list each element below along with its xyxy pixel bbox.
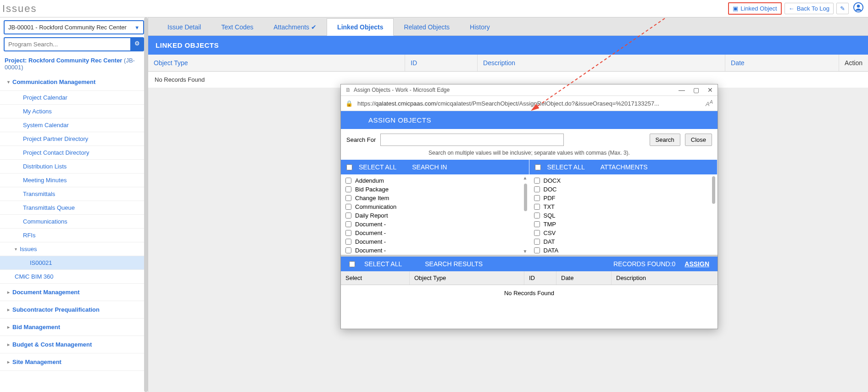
search-in-item: Document - [355, 221, 386, 228]
user-icon[interactable] [853, 2, 863, 15]
search-in-checkbox[interactable] [345, 195, 351, 201]
tab-text-codes[interactable]: Text Codes [211, 19, 263, 35]
section-title: LINKED OBJECTS [148, 36, 868, 55]
sidebar-item-distribution-lists[interactable]: Distribution Lists [0, 160, 148, 174]
res-col-select: Select [341, 271, 410, 285]
attachment-checkbox[interactable] [534, 204, 540, 210]
col-description[interactable]: Description [478, 55, 725, 71]
linked-object-label: Linked Object [740, 5, 777, 12]
sidebar-item-rfis[interactable]: RFIs [0, 229, 148, 242]
sidebar-item-transmittals-queue[interactable]: Transmittals Queue [0, 201, 148, 215]
text-size-icon[interactable]: AA [706, 99, 713, 107]
search-button[interactable]: Search [650, 134, 680, 146]
dialog-window-title: Assign Objects - Work - Microsoft Edge [354, 87, 450, 93]
sidebar-scrollbar[interactable] [144, 17, 148, 392]
search-in-checkbox[interactable] [345, 247, 351, 253]
search-in-scrollbar[interactable] [524, 184, 527, 211]
job-select-value: JB-00001 - Rockford Community Rec Center [8, 24, 127, 31]
sidebar-item-my-actions[interactable]: My Actions [0, 105, 148, 118]
search-in-checkbox[interactable] [345, 204, 351, 210]
job-select[interactable]: JB-00001 - Rockford Community Rec Center… [4, 20, 144, 34]
search-in-checkbox[interactable] [345, 186, 351, 192]
search-in-checkbox[interactable] [345, 221, 351, 227]
search-in-checkbox[interactable] [345, 178, 351, 184]
edit-button[interactable]: ✎ [836, 3, 849, 14]
attachment-checkbox[interactable] [534, 239, 540, 245]
sidebar-item-cmic-bim[interactable]: CMiC BIM 360 [0, 270, 148, 284]
attachment-checkbox[interactable] [534, 247, 540, 253]
select-all-attachments-checkbox[interactable] [535, 164, 541, 170]
sidebar-item-meeting-minutes[interactable]: Meeting Minutes [0, 174, 148, 187]
attachment-item: SQL [544, 212, 556, 219]
attachment-item: DOC [544, 186, 557, 193]
attachment-checkbox[interactable] [534, 213, 540, 218]
res-col-description: Description [612, 271, 718, 285]
dialog-title: ASSIGN OBJECTS [341, 111, 718, 129]
search-in-item: Bid Package [355, 186, 389, 193]
attachment-checkbox[interactable] [534, 230, 540, 236]
search-in-checkbox[interactable] [345, 230, 351, 236]
minimize-button[interactable]: — [679, 86, 685, 94]
sidebar-item-project-calendar[interactable]: Project Calendar [0, 91, 148, 105]
sidebar-item-communications[interactable]: Communications [0, 215, 148, 229]
sidebar-item-contact-directory[interactable]: Project Contact Directory [0, 146, 148, 160]
select-all-results-checkbox[interactable] [349, 261, 355, 267]
attachments-scrollbar[interactable] [712, 176, 715, 204]
chevron-down-icon: ▼ [134, 25, 139, 30]
tree-group-subcontractor[interactable]: ▸Subcontractor Prequalification [0, 301, 148, 319]
maximize-button[interactable]: ▢ [693, 86, 699, 94]
group-label: Document Management [12, 289, 80, 296]
link-icon: ▣ [733, 5, 738, 12]
linked-object-button[interactable]: ▣ Linked Object [728, 2, 782, 15]
search-in-item: Addendum [355, 177, 384, 184]
close-window-button[interactable]: ✕ [707, 86, 713, 94]
tab-linked-objects[interactable]: Linked Objects [327, 18, 394, 36]
attachment-checkbox[interactable] [534, 178, 540, 184]
tab-related-objects[interactable]: Related Objects [394, 19, 460, 35]
tree-group-budget[interactable]: ▸Budget & Cost Management [0, 336, 148, 353]
select-all-label: SELECT ALL [364, 260, 402, 268]
tree-group-communication[interactable]: ▾ Communication Management [0, 73, 148, 91]
attachment-checkbox[interactable] [534, 186, 540, 192]
assign-button[interactable]: ASSIGN [684, 260, 709, 268]
tree-group-bid[interactable]: ▸Bid Management [0, 319, 148, 336]
records-found-label: RECORDS FOUND:0 [613, 260, 675, 268]
tab-history[interactable]: History [460, 19, 500, 35]
search-in-checkbox[interactable] [345, 239, 351, 245]
attachments-label: ATTACHMENTS [601, 163, 648, 171]
program-search-input[interactable] [4, 37, 130, 51]
search-in-item: Document - [355, 230, 386, 236]
tree-group-site[interactable]: ▸Site Management [0, 353, 148, 371]
attachment-checkbox[interactable] [534, 195, 540, 201]
sidebar-item-transmittals[interactable]: Transmittals [0, 187, 148, 201]
attachment-item: PDF [544, 195, 556, 202]
search-for-label: Search For [346, 136, 376, 143]
scroll-up-icon[interactable]: ▲ [523, 175, 528, 180]
search-in-label: SEARCH IN [412, 163, 447, 171]
col-id[interactable]: ID [405, 55, 478, 71]
select-all-label: SELECT ALL [359, 163, 396, 171]
search-in-item: Communication [355, 203, 396, 210]
attachment-item: DAT [544, 238, 555, 245]
sidebar-item-partner-directory[interactable]: Project Partner Directory [0, 132, 148, 146]
attachment-item: TMP [544, 221, 556, 228]
sidebar-item-system-calendar[interactable]: System Calendar [0, 118, 148, 132]
tab-attachments[interactable]: Attachments✔ [263, 19, 327, 35]
sidebar-item-issues[interactable]: ▾ Issues [0, 242, 148, 256]
sidebar-item-issue-selected[interactable]: IS00021 [0, 256, 148, 270]
dialog-close-button[interactable]: Close [685, 134, 712, 146]
tab-issue-detail[interactable]: Issue Detail [157, 19, 211, 35]
edit-icon: ✎ [840, 5, 845, 12]
res-col-id: ID [524, 271, 556, 285]
select-all-search-in-checkbox[interactable] [346, 164, 352, 170]
search-for-input[interactable] [380, 134, 564, 146]
col-object-type[interactable]: Object Type [148, 55, 405, 71]
tree-group-document[interactable]: ▸Document Management [0, 284, 148, 301]
col-date[interactable]: Date [725, 55, 839, 71]
attachment-checkbox[interactable] [534, 221, 540, 227]
search-settings-button[interactable]: ⚙ [130, 37, 144, 51]
back-to-log-button[interactable]: ← Back To Log [785, 3, 834, 14]
scroll-down-icon[interactable]: ▼ [523, 249, 528, 254]
search-in-checkbox[interactable] [345, 213, 351, 218]
svg-point-1 [857, 5, 860, 7]
